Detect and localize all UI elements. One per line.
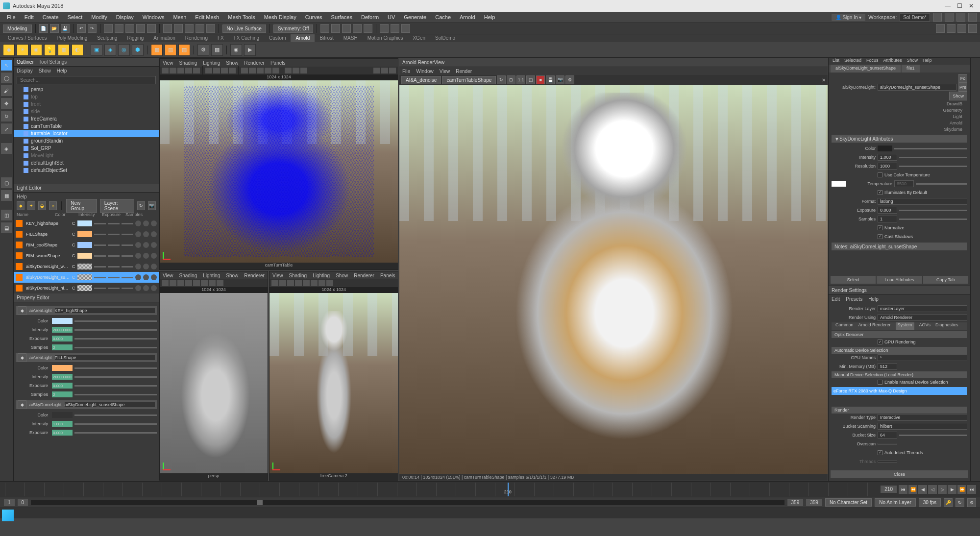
menu-uv[interactable]: UV (384, 13, 399, 22)
shelf-curve-collector-icon[interactable]: ◈ (104, 44, 116, 56)
playback-prefs-icon[interactable]: ⚙ (967, 498, 976, 507)
vp-gate-mask-icon[interactable] (229, 68, 236, 73)
attr-checkbox[interactable]: ✓ (878, 190, 882, 195)
toggle-tool-settings-icon[interactable] (947, 24, 956, 33)
attr-slider[interactable] (894, 148, 967, 149)
layout-single-icon[interactable]: ▢ (1, 177, 12, 188)
select-tool-icon[interactable]: ↖ (1, 60, 12, 71)
vp-menu-panels[interactable]: Panels (270, 60, 286, 66)
menu-arnold[interactable]: Arnold (456, 13, 479, 22)
value-slider[interactable] (74, 394, 157, 395)
new-directional-light-icon[interactable]: ☼ (49, 201, 57, 210)
outliner-search[interactable]: Search... (17, 76, 156, 84)
character-set-selector[interactable]: No Character Set (825, 498, 872, 507)
sel-object-icon[interactable] (136, 24, 145, 33)
layout-icon-4[interactable] (968, 13, 977, 22)
ae-menu-help[interactable]: Help (923, 58, 932, 65)
ae-menu-attributes[interactable]: Attributes (883, 58, 902, 65)
open-scene-icon[interactable]: 📂 (50, 24, 59, 33)
range-track[interactable] (31, 500, 784, 505)
menu-windows[interactable]: Windows (139, 13, 169, 22)
rs-autodetect-threads-checkbox[interactable]: ✓ (878, 450, 882, 455)
menu-surfaces[interactable]: Surfaces (327, 13, 356, 22)
attr-slider[interactable] (899, 210, 967, 211)
ae-section-skydome[interactable]: ▼ SkyDomeLight Attributes (832, 135, 967, 143)
shelf-light-portal-icon[interactable]: ▦ (58, 44, 70, 56)
rs-bucket-scanning[interactable]: hilbert (878, 423, 967, 430)
outliner-item[interactable]: groundStandin (14, 137, 159, 145)
light-snapshot-icon[interactable]: 📷 (148, 201, 156, 210)
shelf-render-settings-icon[interactable]: ⚙ (197, 44, 209, 56)
rs-close-button[interactable]: Close (831, 470, 968, 478)
light-editor-row[interactable]: KEY_highShapeC (14, 218, 159, 229)
vp-camera-icon[interactable] (162, 68, 169, 73)
step-back-frame-icon[interactable]: ◀ (918, 485, 927, 494)
ae-tab-file1[interactable]: file1 (902, 65, 920, 73)
vp-bookmark-icon[interactable] (170, 68, 176, 73)
shelf-tab-curves[interactable]: Curves / Surfaces (3, 34, 51, 42)
layout-icon-3[interactable] (956, 13, 965, 22)
shelf-flush-caches-icon[interactable]: ⬢ (132, 44, 144, 56)
rv-snapshot-icon[interactable]: 📷 (556, 75, 564, 84)
value-slider[interactable] (74, 329, 157, 331)
rs-render-layer[interactable]: masterLayer (878, 305, 967, 312)
ae-select-button[interactable]: Select (831, 276, 876, 284)
redo-icon[interactable]: ↷ (88, 24, 97, 33)
rs-bucket-size-slider[interactable] (899, 435, 967, 436)
rs-enable-manual-checkbox[interactable] (878, 380, 882, 385)
value-slider[interactable] (74, 338, 157, 340)
go-to-start-icon[interactable]: ⏮ (899, 485, 907, 494)
rs-bucket-size[interactable]: 64 (878, 432, 897, 439)
value-field[interactable]: 1.000 (52, 421, 73, 427)
menu-mesh[interactable]: Mesh (169, 13, 190, 22)
light-editor-row[interactable]: RIM_warmShapeC (14, 250, 159, 261)
menu-deform[interactable]: Deform (357, 13, 383, 22)
sel-uv-icon[interactable] (147, 24, 156, 33)
menu-meshtools[interactable]: Mesh Tools (224, 13, 259, 22)
outliner-item[interactable]: Sol_GRP (14, 145, 159, 152)
vp-grid-icon[interactable] (205, 68, 212, 73)
shelf-tab-animation[interactable]: Animation (148, 34, 180, 42)
light-editor-menu-help[interactable]: Help (17, 194, 27, 199)
layout-four-icon[interactable]: ▦ (1, 190, 12, 201)
color-swatch[interactable] (52, 365, 73, 371)
shelf-tab-rendering[interactable]: Rendering (180, 34, 213, 42)
value-field[interactable]: 2 (52, 391, 73, 397)
fps-selector[interactable]: 30 fps (919, 498, 941, 507)
toggle-modeling-toolkit-icon[interactable] (968, 24, 977, 33)
rs-tab-common[interactable]: Common (835, 322, 854, 330)
menu-select[interactable]: Select (64, 13, 87, 22)
shelf-physical-sky-icon[interactable]: ◐ (72, 44, 83, 56)
new-area-light-icon[interactable]: ◆ (17, 201, 24, 210)
move-tool-icon[interactable]: ✥ (1, 98, 12, 109)
shelf-render-view-icon[interactable]: ▦ (211, 44, 223, 56)
light-editor-row[interactable]: aiSkyDomeLight_warehouseS…C (14, 261, 159, 272)
shelf-standin-icon[interactable]: ▣ (91, 44, 102, 56)
sel-face-icon[interactable] (125, 24, 134, 33)
shelf-area-light-icon[interactable]: ◆ (3, 44, 15, 56)
shelf-render-play-icon[interactable]: ▶ (244, 44, 256, 56)
ipr-render-icon[interactable] (342, 24, 351, 33)
menu-file[interactable]: File (3, 13, 20, 22)
rs-menu-help[interactable]: Help (868, 296, 879, 302)
outliner-item[interactable]: freeCamera (14, 115, 159, 122)
rv-crop-icon[interactable]: ◫ (526, 75, 535, 84)
viewport-top-left[interactable]: View Shading Lighting Show Renderer Pane… (159, 58, 398, 270)
ae-preset-icon[interactable]: Pre (958, 83, 967, 92)
vp-isolate-icon[interactable] (285, 68, 292, 73)
rs-render-type[interactable]: Interactive (878, 414, 967, 421)
toggle-channelbox-icon[interactable] (957, 24, 966, 33)
ae-load-attributes-button[interactable]: Load Attributes (877, 276, 922, 284)
shelf-tab-mash[interactable]: MASH (339, 34, 363, 42)
range-start-field[interactable]: 1 (4, 499, 15, 506)
attr-checkbox[interactable] (878, 172, 882, 177)
shelf-tab-fx[interactable]: FX (213, 34, 229, 42)
rs-gpu-rendering-checkbox[interactable]: ✓ (878, 340, 882, 344)
attr-temp-swatch[interactable] (832, 181, 846, 187)
workspace-selector[interactable]: Sol Demo* (900, 13, 930, 22)
attr-checkbox[interactable]: ✓ (878, 225, 882, 230)
outliner-item[interactable]: camTurnTable (14, 122, 159, 130)
light-layer-selector[interactable]: Layer: Scene (100, 199, 134, 213)
value-field[interactable]: 2 (52, 344, 73, 350)
outliner-menu-show[interactable]: Show (39, 68, 51, 73)
